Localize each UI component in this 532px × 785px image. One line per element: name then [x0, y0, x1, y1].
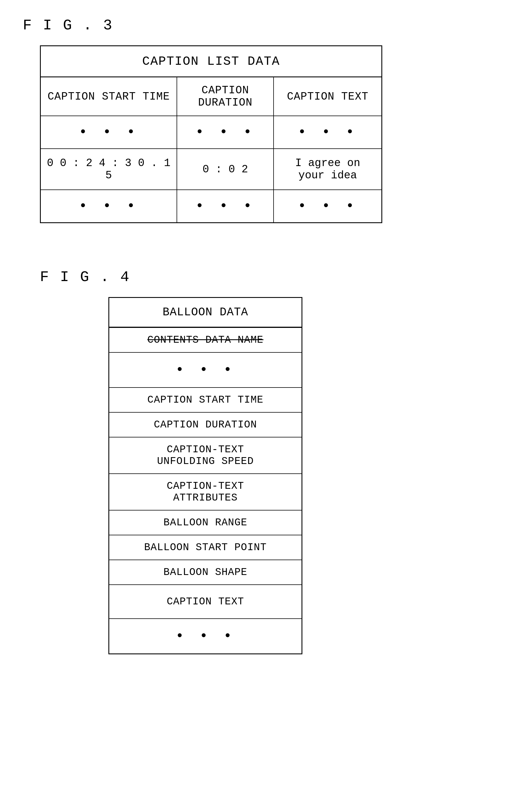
caption-text-row: CAPTION TEXT [109, 585, 302, 618]
table-row: BALLOON RANGE [109, 510, 302, 535]
table-row: • • • • • • • • • [41, 116, 382, 149]
row3-col1: • • • [41, 190, 177, 223]
row1-col1: • • • [41, 116, 177, 149]
table-row: CAPTION-TEXTATTRIBUTES [109, 474, 302, 510]
table-row: BALLOON SHAPE [109, 560, 302, 585]
balloon-data-header: BALLOON DATA [109, 298, 302, 328]
table-row: CAPTION-TEXTUNFOLDING SPEED [109, 437, 302, 474]
col-caption-duration: CAPTION DURATION [177, 77, 273, 116]
caption-list-data-header: CAPTION LIST DATA [41, 46, 382, 77]
row1-col3: • • • [273, 116, 382, 149]
row3-col2: • • • [177, 190, 273, 223]
col-caption-start-time: CAPTION START TIME [41, 77, 177, 116]
balloon-data-header-row: BALLOON DATA [109, 298, 302, 328]
table-row: BALLOON START POINT [109, 535, 302, 560]
table-row: 0 0 : 2 4 : 3 0 . 1 5 0 : 0 2 I agree on… [41, 149, 382, 190]
col-caption-text: CAPTION TEXT [273, 77, 382, 116]
row2-caption-text: I agree onyour idea [273, 149, 382, 190]
fig4-section: F I G . 4 BALLOON DATA CONTENTS DATA NAM… [108, 269, 509, 654]
caption-duration-row: CAPTION DURATION [109, 412, 302, 437]
dots-row-2: • • • [109, 618, 302, 654]
caption-text-unfolding-speed-row: CAPTION-TEXTUNFOLDING SPEED [109, 437, 302, 474]
balloon-shape-row: BALLOON SHAPE [109, 560, 302, 585]
table-row: • • • [109, 352, 302, 387]
table-row: • • • • • • • • • [41, 190, 382, 223]
table-row: CAPTION START TIME [109, 387, 302, 412]
fig3-label: F I G . 3 [23, 17, 509, 34]
dots-row-1: • • • [109, 352, 302, 387]
balloon-data-table: BALLOON DATA CONTENTS DATA NAME • • • CA… [108, 297, 302, 654]
caption-start-time-row: CAPTION START TIME [109, 387, 302, 412]
row2-start-time: 0 0 : 2 4 : 3 0 . 1 5 [41, 149, 177, 190]
row1-col2: • • • [177, 116, 273, 149]
table-row: CAPTION DURATION [109, 412, 302, 437]
caption-text-attributes-row: CAPTION-TEXTATTRIBUTES [109, 474, 302, 510]
row2-duration: 0 : 0 2 [177, 149, 273, 190]
fig3-section: F I G . 3 CAPTION LIST DATA CAPTION STAR… [23, 17, 509, 223]
row3-col3: • • • [273, 190, 382, 223]
contents-data-name-row: CONTENTS DATA NAME [109, 327, 302, 352]
fig4-label: F I G . 4 [40, 269, 509, 286]
table-row: CAPTION TEXT [109, 585, 302, 618]
balloon-range-row: BALLOON RANGE [109, 510, 302, 535]
caption-list-table: CAPTION LIST DATA CAPTION START TIME CAP… [40, 45, 382, 223]
table-header-row: CAPTION LIST DATA [41, 46, 382, 77]
balloon-start-point-row: BALLOON START POINT [109, 535, 302, 560]
table-row: • • • [109, 618, 302, 654]
table-column-headers: CAPTION START TIME CAPTION DURATION CAPT… [41, 77, 382, 116]
table-row: CONTENTS DATA NAME [109, 327, 302, 352]
